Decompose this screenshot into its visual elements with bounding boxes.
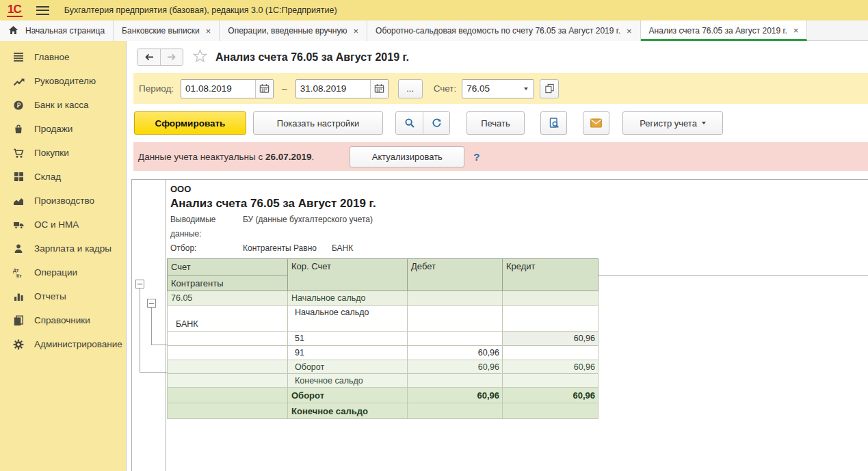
period-more-button[interactable]: ... xyxy=(398,79,423,98)
organization-name: ООО xyxy=(167,183,868,195)
close-icon[interactable]: × xyxy=(353,27,358,36)
tab-manual-operations[interactable]: Операции, введенные вручную × xyxy=(220,21,367,41)
register-button-label: Регистр учета xyxy=(640,118,697,129)
grouping-gutter xyxy=(132,180,166,471)
header-corr-account: Кор. Счет xyxy=(288,259,408,291)
account-dropdown-button[interactable] xyxy=(518,80,534,98)
account-input[interactable] xyxy=(462,83,518,94)
1c-logo: 1С xyxy=(7,3,23,17)
sidebar-item-main[interactable]: Главное xyxy=(0,45,126,69)
help-link[interactable]: ? xyxy=(473,151,479,163)
search-icon xyxy=(404,118,415,129)
table-total-row[interactable]: Оборот 60,96 60,96 xyxy=(168,388,599,403)
close-icon[interactable]: × xyxy=(627,27,632,36)
selected-cell: 60,96 xyxy=(503,332,599,346)
sidebar-item-sales[interactable]: Продажи xyxy=(0,117,126,141)
sidebar-item-directories[interactable]: Справочники xyxy=(0,308,126,332)
close-icon[interactable]: × xyxy=(793,26,799,35)
table-row[interactable]: Оборот 60,96 60,96 xyxy=(168,360,599,374)
calendar-icon[interactable] xyxy=(255,80,273,98)
tree-line xyxy=(140,372,167,373)
sidebar-item-bank-cash[interactable]: Банк и касса xyxy=(0,93,126,117)
report-toolbar: Сформировать Показать настройки Печать Р… xyxy=(127,104,868,142)
table-row[interactable]: БАНК Начальное сальдо xyxy=(168,306,599,332)
header-counterparties: Контрагенты xyxy=(168,275,288,291)
debit-credit-icon: ДтКт xyxy=(12,267,25,278)
sidebar-item-fixed-assets[interactable]: ОС и НМА xyxy=(0,213,126,237)
table-row[interactable]: 51 60,96 xyxy=(168,332,599,346)
sidebar-item-label: Отчеты xyxy=(34,291,66,301)
tree-line xyxy=(140,288,140,372)
actualize-button[interactable]: Актуализировать xyxy=(350,146,464,167)
report-viewport: ООО Анализ счета 76.05 за Август 2019 г.… xyxy=(131,179,868,471)
sidebar-item-operations[interactable]: ДтКт Операции xyxy=(0,260,126,284)
window-title: Бухгалтерия предприятия (базовая), редак… xyxy=(64,5,337,15)
sidebar-item-manager[interactable]: Руководителю xyxy=(0,69,126,93)
print-preview-button[interactable] xyxy=(540,111,567,135)
warning-text: Данные учета неактуальны с 26.07.2019. xyxy=(138,152,314,162)
report-meta-filter: Отбор:Контрагенты РавноБАНК xyxy=(167,241,868,256)
period-dash: – xyxy=(282,83,287,94)
period-from-input[interactable] xyxy=(181,83,255,94)
sidebar-item-label: ОС и НМА xyxy=(34,219,79,230)
period-label: Период: xyxy=(139,83,174,94)
collapse-group-account-icon[interactable] xyxy=(135,280,144,288)
chevron-down-icon xyxy=(702,122,706,124)
tab-account-analysis[interactable]: Анализ счета 76.05 за Август 2019 г. × xyxy=(641,21,808,41)
table-total-row[interactable]: Конечное сальдо xyxy=(168,403,599,419)
repeat-search-button[interactable] xyxy=(423,112,449,134)
bar-chart-icon xyxy=(12,291,25,302)
accounting-register-button[interactable]: Регистр учета xyxy=(622,111,723,135)
truck-icon xyxy=(12,219,25,230)
sidebar-item-payroll-hr[interactable]: Зарплата и кадры xyxy=(0,237,126,260)
table-row[interactable]: 91 60,96 xyxy=(168,346,599,360)
svg-text:Дт: Дт xyxy=(13,268,19,273)
tab-home[interactable]: Начальная страница xyxy=(0,21,114,41)
warning-date: 26.07.2019 xyxy=(265,152,312,162)
person-icon xyxy=(12,243,25,254)
sidebar-item-reports[interactable]: Отчеты xyxy=(0,284,126,308)
header-debit: Дебет xyxy=(408,259,503,291)
generate-button[interactable]: Сформировать xyxy=(134,111,246,135)
account-open-button[interactable] xyxy=(540,79,559,98)
sidebar-item-warehouse[interactable]: Склад xyxy=(0,165,126,189)
print-button[interactable]: Печать xyxy=(466,111,525,135)
table-header-row: Счет Кор. Счет Дебет Кредит xyxy=(168,259,599,275)
tree-line xyxy=(151,308,152,345)
analysis-table[interactable]: Счет Кор. Счет Дебет Кредит Контрагенты … xyxy=(167,258,599,419)
favorite-star-icon[interactable] xyxy=(193,49,207,66)
account-field xyxy=(462,79,534,98)
calendar-icon[interactable] xyxy=(370,80,388,98)
tab-label: Банковские выписки xyxy=(122,26,200,36)
find-button[interactable] xyxy=(396,112,423,134)
back-arrow-icon xyxy=(144,52,155,62)
report-sheet: ООО Анализ счета 76.05 за Август 2019 г.… xyxy=(167,180,868,471)
tab-label: Операции, введенные вручную xyxy=(228,26,347,36)
ruble-circle-icon xyxy=(12,100,25,111)
show-settings-button[interactable]: Показать настройки xyxy=(253,111,383,135)
grid-icon xyxy=(12,172,25,183)
tree-line xyxy=(151,345,167,345)
trend-arrow-icon xyxy=(12,76,25,87)
forward-button[interactable] xyxy=(160,49,183,65)
tab-turnover-balance-sheet[interactable]: Оборотно-сальдовая ведомость по счету 76… xyxy=(367,21,641,41)
period-to-input[interactable] xyxy=(296,83,370,94)
back-button[interactable] xyxy=(137,49,160,65)
header-credit: Кредит xyxy=(503,259,599,291)
collapse-group-counterparty-icon[interactable] xyxy=(147,299,156,308)
svg-text:Кт: Кт xyxy=(16,273,22,278)
sidebar-item-production[interactable]: Производство xyxy=(0,189,126,213)
sidebar-item-label: Продажи xyxy=(34,124,73,134)
tab-bank-statements[interactable]: Банковские выписки × xyxy=(114,21,220,41)
home-icon xyxy=(8,25,18,37)
send-email-button[interactable] xyxy=(583,111,609,135)
sidebar-item-label: Зарплата и кадры xyxy=(34,243,111,254)
tab-label: Анализ счета 76.05 за Август 2019 г. xyxy=(649,26,787,36)
close-icon[interactable]: × xyxy=(206,27,211,36)
account-label: Счет: xyxy=(434,83,457,94)
table-row[interactable]: 76.05 Начальное сальдо xyxy=(168,291,599,306)
sidebar-item-administration[interactable]: Администрирование xyxy=(0,332,126,356)
sidebar-item-purchases[interactable]: Покупки xyxy=(0,141,126,165)
main-menu-icon[interactable] xyxy=(36,6,49,15)
table-row[interactable]: Конечное сальдо xyxy=(168,374,599,388)
